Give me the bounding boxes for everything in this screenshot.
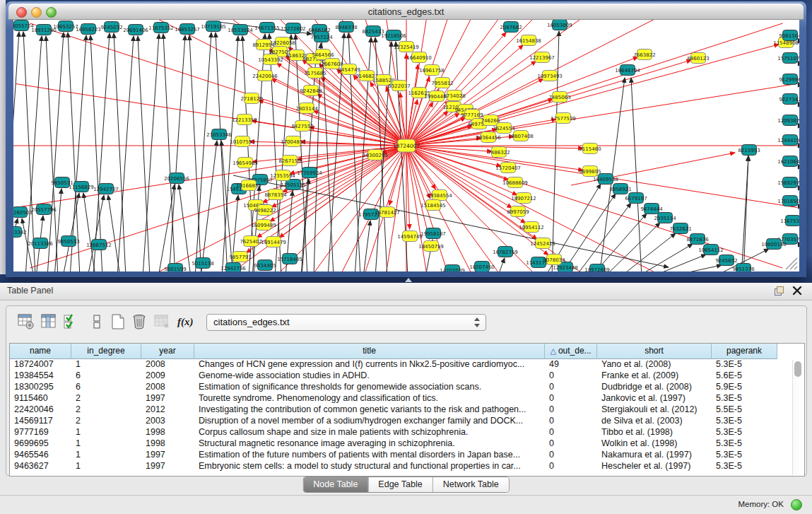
graph-node[interactable]	[380, 207, 395, 218]
graph-node[interactable]	[767, 239, 782, 250]
graph-node[interactable]	[105, 22, 119, 33]
graph-node[interactable]	[377, 75, 392, 86]
graph-node[interactable]	[783, 30, 798, 41]
graph-node[interactable]	[283, 156, 298, 166]
graph-node[interactable]	[783, 234, 798, 245]
graph-node[interactable]	[13, 207, 28, 218]
column-header-name[interactable]: name	[10, 344, 71, 359]
graph-node[interactable]	[783, 53, 798, 64]
graph-node[interactable]	[786, 216, 800, 226]
graph-node[interactable]	[286, 136, 301, 147]
graph-node[interactable]	[339, 22, 354, 33]
graph-node[interactable]	[242, 180, 257, 191]
graph-node[interactable]	[783, 196, 798, 206]
graph-node[interactable]	[531, 257, 546, 268]
graph-node[interactable]	[233, 252, 248, 262]
graph-node[interactable]	[553, 20, 567, 30]
graph-node[interactable]	[81, 24, 96, 35]
graph-node[interactable]	[783, 135, 798, 146]
graph-node[interactable]	[783, 177, 798, 188]
graph-node[interactable]	[170, 173, 184, 184]
graph-node[interactable]	[783, 74, 798, 85]
function-builder-icon[interactable]: f(x)	[177, 313, 199, 330]
graph-node[interactable]	[37, 204, 52, 215]
table-row[interactable]: 1872400712008Changes of HCN gene express…	[10, 359, 793, 370]
graph-node[interactable]	[342, 64, 357, 75]
graph-node[interactable]	[266, 237, 281, 247]
show-columns-icon[interactable]	[40, 313, 57, 330]
column-header-year[interactable]: year	[141, 344, 194, 359]
table-row[interactable]: 1938455462009Genome-wide association stu…	[10, 370, 793, 382]
graph-node[interactable]	[269, 189, 283, 200]
graph-node[interactable]	[13, 227, 22, 238]
graph-node[interactable]	[690, 234, 705, 245]
graph-node[interactable]	[673, 223, 688, 234]
graph-node[interactable]	[129, 25, 143, 35]
graph-node[interactable]	[33, 238, 48, 249]
graph-node[interactable]	[290, 50, 305, 61]
graph-node[interactable]	[483, 115, 498, 126]
graph-node[interactable]	[180, 24, 195, 35]
graph-node[interactable]	[368, 150, 383, 160]
graph-node[interactable]	[736, 264, 751, 272]
graph-node[interactable]	[783, 115, 798, 126]
graph-node[interactable]	[504, 22, 519, 33]
column-header-title[interactable]: title	[194, 344, 545, 359]
graph-node[interactable]	[481, 132, 496, 143]
graph-node[interactable]	[283, 254, 298, 264]
graph-node[interactable]	[399, 42, 414, 52]
graph-node[interactable]	[360, 71, 375, 81]
select-columns-icon[interactable]	[63, 313, 80, 330]
graph-node[interactable]	[637, 49, 652, 60]
graph-node[interactable]	[235, 136, 250, 147]
graph-node[interactable]	[99, 184, 114, 194]
table-row[interactable]: 946554611997Estimation of the future num…	[10, 450, 793, 461]
graph-node[interactable]	[276, 170, 290, 181]
window-resize-grip[interactable]	[786, 258, 797, 269]
graph-node[interactable]	[387, 30, 401, 41]
graph-node[interactable]	[783, 94, 798, 105]
graph-node[interactable]	[14, 21, 29, 31]
graph-node[interactable]	[233, 25, 248, 35]
graph-node[interactable]	[196, 258, 211, 269]
graph-node[interactable]	[583, 144, 598, 154]
graph-node[interactable]	[366, 26, 381, 37]
hub-node[interactable]	[398, 139, 416, 152]
graph-node[interactable]	[258, 205, 273, 216]
graph-node[interactable]	[59, 21, 73, 32]
graph-node[interactable]	[435, 78, 450, 88]
graph-node[interactable]	[258, 260, 273, 271]
graph-node[interactable]	[264, 54, 278, 65]
graph-node[interactable]	[226, 263, 241, 272]
graph-node[interactable]	[498, 247, 513, 257]
graph-node[interactable]	[492, 147, 507, 158]
graph-node[interactable]	[244, 236, 259, 247]
graph-node[interactable]	[304, 86, 319, 96]
graph-node[interactable]	[314, 32, 329, 42]
graph-node[interactable]	[364, 209, 379, 220]
graph-node[interactable]	[501, 163, 516, 173]
column-header-in_degree[interactable]: in_degree	[71, 344, 141, 359]
graph-node[interactable]	[403, 231, 418, 242]
graph-node[interactable]	[258, 71, 273, 81]
tab-network-table[interactable]: Network Table	[433, 477, 509, 492]
graph-node[interactable]	[154, 23, 169, 33]
close-panel-icon[interactable]	[792, 286, 802, 296]
graph-node[interactable]	[543, 71, 558, 81]
graph-node[interactable]	[168, 264, 183, 272]
memory-status-indicator[interactable]	[791, 499, 802, 510]
graph-node[interactable]	[553, 92, 567, 103]
graph-node[interactable]	[74, 182, 89, 192]
graph-node[interactable]	[629, 193, 644, 204]
graph-node[interactable]	[447, 90, 462, 101]
column-header-pagerank[interactable]: pagerank	[712, 344, 777, 359]
graph-node[interactable]	[475, 262, 490, 272]
graph-node[interactable]	[590, 264, 605, 272]
delete-table-icon[interactable]	[131, 313, 148, 330]
graph-node[interactable]	[613, 184, 628, 194]
float-panel-icon[interactable]	[775, 286, 784, 296]
graph-node[interactable]	[430, 91, 445, 102]
graph-node[interactable]	[433, 190, 447, 201]
graph-node[interactable]	[325, 59, 340, 69]
graph-node[interactable]	[257, 220, 271, 230]
